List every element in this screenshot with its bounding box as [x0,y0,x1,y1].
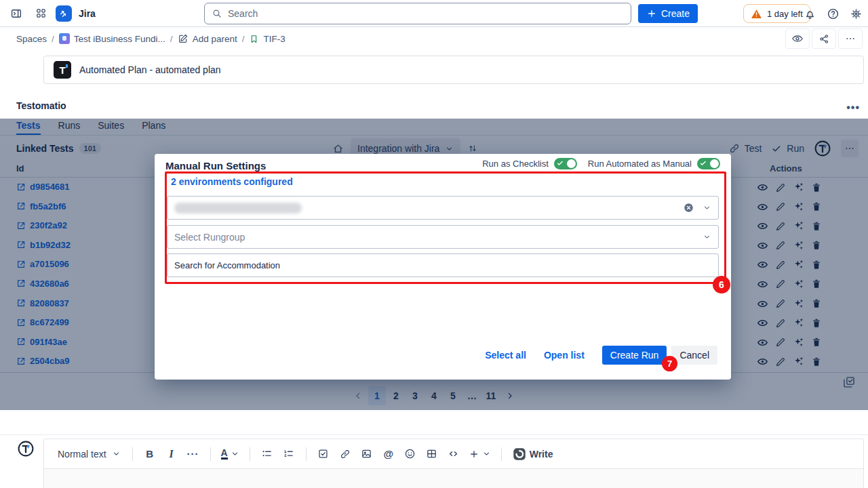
app-name: Jira [79,8,96,19]
run-title-value: Search for Accommodation [174,260,280,270]
annotation-badge-6: 6 [713,276,730,293]
write-assistant-logo-icon [512,447,527,462]
redacted-environment-value [174,203,302,214]
testomatio-editor-logo-icon [16,439,35,458]
link-icon [340,449,351,460]
breadcrumb-spaces[interactable]: Spaces [16,34,47,44]
select-all-link[interactable]: Select all [485,350,526,361]
ellipsis-icon [845,33,856,44]
insert-link-button[interactable] [336,444,355,464]
chevron-down-icon [482,449,491,458]
sidebar-toggle-button[interactable] [7,4,26,23]
numbered-list-button[interactable] [279,444,298,464]
testomatio-plan-icon: T [54,61,71,79]
annotation-badge-7: 7 [662,356,677,371]
bullet-list-icon [261,448,273,460]
text-format-more-button[interactable]: ··· [184,444,203,464]
help-button[interactable] [823,4,842,23]
bell-icon [804,7,816,20]
insert-table-button[interactable] [422,444,441,464]
help-icon [827,7,840,20]
breadcrumb-separator: / [170,34,173,44]
task-list-button[interactable] [314,444,333,464]
chevron-down-icon[interactable] [703,203,711,212]
section-divider [0,434,868,435]
automated-plan-card[interactable]: T Automated Plan - automated plan [43,56,864,84]
search-input[interactable]: Search [204,3,631,24]
rungroup-select[interactable]: Select Rungroup [167,225,719,249]
share-icon [818,33,830,45]
editor-toolbar: Normal text B I ··· A @ Write [44,439,863,469]
notifications-button[interactable] [800,4,819,23]
run-as-checklist-label: Run as Checklist [482,159,549,169]
emoji-button[interactable] [401,444,420,464]
create-button[interactable]: Create [638,4,698,23]
code-icon [448,448,459,460]
jira-topbar: Jira Search Create 1 day left [0,0,868,27]
cancel-button[interactable]: Cancel [671,346,717,365]
bold-button[interactable]: B [140,444,159,464]
watch-button[interactable] [785,28,810,49]
open-list-link[interactable]: Open list [544,350,585,361]
breadcrumb: Spaces / Test iBusiness Fundi... / Add p… [0,27,868,50]
clear-icon[interactable] [683,202,694,214]
run-automated-as-manual-label: Run Automated as Manual [588,159,692,169]
code-block-button[interactable] [444,444,463,464]
edit-icon [178,33,189,44]
search-placeholder: Search [228,8,258,19]
toggle-check-icon [700,160,707,167]
breadcrumb-project[interactable]: Test iBusiness Fundi... [59,33,165,44]
warning-icon [751,8,762,20]
settings-button[interactable] [846,4,865,23]
sidebar-toggle-icon [10,7,22,20]
ai-write-button[interactable]: Write [509,444,556,464]
mention-button[interactable]: @ [379,444,398,464]
plus-icon [646,8,657,19]
widget-more-button[interactable]: ••• [846,102,860,114]
bullet-list-button[interactable] [258,444,277,464]
chevron-down-icon [231,449,239,458]
gear-icon [850,7,863,20]
rungroup-placeholder: Select Rungroup [174,232,245,243]
image-icon [361,448,372,460]
environment-select[interactable] [167,196,719,220]
modal-title: Manual Run Settings [165,160,266,171]
insert-more-button[interactable] [466,444,494,464]
run-title-input[interactable]: Search for Accommodation [167,253,719,277]
italic-button[interactable]: I [162,444,181,464]
toggle-check-icon [557,160,564,167]
manual-run-settings-modal: Manual Run Settings Run as Checklist Run… [155,154,731,380]
add-parent-button[interactable]: Add parent [178,33,237,44]
numbered-list-icon [283,448,294,460]
create-run-button[interactable]: Create Run [602,346,667,365]
breadcrumb-issue[interactable]: TIF-3 [249,34,285,44]
environments-configured-link[interactable]: 2 environments configured [171,176,293,187]
share-button[interactable] [812,28,836,49]
breadcrumb-separator: / [52,34,54,44]
text-style-dropdown[interactable]: Normal text [54,449,125,460]
chevron-down-icon[interactable] [703,232,711,241]
app-window: Jira Search Create 1 day left Spaces / T… [0,0,868,488]
app-switcher-icon [35,7,47,19]
run-as-checklist-toggle[interactable] [554,158,577,169]
watch-eye-icon [791,33,804,45]
run-automated-as-manual-toggle[interactable] [697,158,720,169]
breadcrumb-separator: / [242,34,245,44]
plus-icon [469,449,479,460]
app-switcher-button[interactable] [31,4,50,23]
page-actions [785,28,863,49]
chevron-down-icon [112,449,121,458]
search-icon [212,8,222,19]
table-icon [426,448,437,460]
jira-logo[interactable] [56,5,72,22]
comment-editor[interactable]: Normal text B I ··· A @ Write [43,439,864,488]
insert-image-button[interactable] [357,444,376,464]
more-actions-button[interactable] [838,28,863,49]
plan-card-title: Automated Plan - automated plan [79,64,221,75]
create-button-label: Create [661,8,690,19]
jira-mark-icon [58,8,69,19]
text-color-button[interactable]: A [218,444,242,464]
editor-content-area[interactable] [44,469,863,488]
toggle-knob [710,159,719,168]
widget-title: Testomatio [16,100,66,111]
